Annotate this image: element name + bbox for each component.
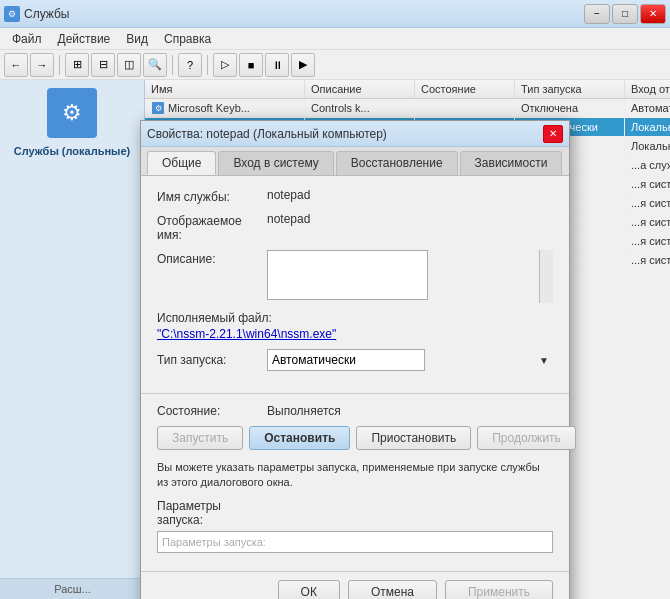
col-header-name[interactable]: Имя <box>145 80 305 98</box>
dialog-title-bar: Свойства: notepad (Локальный компьютер) … <box>141 121 569 147</box>
description-row: Описание: <box>157 250 553 303</box>
forward-button[interactable]: → <box>30 53 54 77</box>
ok-button[interactable]: ОК <box>278 580 340 599</box>
cell-startup: Отключена <box>515 99 625 117</box>
service-status-row: Состояние: Выполняется <box>157 404 553 418</box>
service-name-value: notepad <box>267 188 553 202</box>
col-header-startup[interactable]: Тип запуска <box>515 80 625 98</box>
description-container <box>267 250 553 303</box>
toolbar-stop[interactable]: ■ <box>239 53 263 77</box>
toolbar-separator-2 <box>172 55 173 75</box>
toolbar-separator-3 <box>207 55 208 75</box>
cell-logon: Локальная система <box>625 118 670 136</box>
cell-logon: Автоматически <box>625 99 670 117</box>
col-header-desc[interactable]: Описание <box>305 80 415 98</box>
cell-logon: ...я система <box>625 213 670 231</box>
maximize-button[interactable]: □ <box>612 4 638 24</box>
dialog-content: Имя службы: notepad Отображаемоеимя: not… <box>141 176 569 393</box>
toolbar-pause[interactable]: ⏸ <box>265 53 289 77</box>
title-bar-left: ⚙ Службы <box>4 6 69 22</box>
display-name-row: Отображаемоеимя: notepad <box>157 212 553 242</box>
display-name-label: Отображаемоеимя: <box>157 212 267 242</box>
params-description: Вы можете указать параметры запуска, при… <box>157 460 553 491</box>
close-button[interactable]: ✕ <box>640 4 666 24</box>
start-button[interactable]: Запустить <box>157 426 243 450</box>
cell-name: ⚙ Microsoft Keyb... <box>145 99 305 117</box>
pause-button[interactable]: Приостановить <box>356 426 471 450</box>
toolbar-btn-3[interactable]: ◫ <box>117 53 141 77</box>
toolbar: ← → ⊞ ⊟ ◫ 🔍 ? ▷ ■ ⏸ ▶ <box>0 50 670 80</box>
startup-type-select-wrapper: Автоматически Вручную Отключена Автомати… <box>267 349 553 371</box>
service-name-row: Имя службы: notepad <box>157 188 553 204</box>
description-label: Описание: <box>157 250 267 266</box>
toolbar-btn-2[interactable]: ⊟ <box>91 53 115 77</box>
cell-status <box>415 99 515 117</box>
services-icon: ⚙ <box>47 88 97 138</box>
cell-logon: ...я система <box>625 251 670 269</box>
stop-button[interactable]: Остановить <box>249 426 350 450</box>
table-header: Имя Описание Состояние Тип запуска Вход … <box>145 80 670 99</box>
menu-action[interactable]: Действие <box>50 30 119 48</box>
startup-type-select[interactable]: Автоматически Вручную Отключена Автомати… <box>267 349 425 371</box>
cell-logon: ...я система <box>625 232 670 250</box>
dialog-title: Свойства: notepad (Локальный компьютер) <box>147 127 387 141</box>
menu-file[interactable]: Файл <box>4 30 50 48</box>
params-input[interactable] <box>157 531 553 553</box>
menu-view[interactable]: Вид <box>118 30 156 48</box>
exec-file-value: "C:\nssm-2.21.1\win64\nssm.exe" <box>157 327 553 341</box>
service-status-label: Состояние: <box>157 404 267 418</box>
minimize-button[interactable]: − <box>584 4 610 24</box>
col-header-status[interactable]: Состояние <box>415 80 515 98</box>
params-section: Вы можете указать параметры запуска, при… <box>157 460 553 553</box>
col-header-logon[interactable]: Вход от имени <box>625 80 670 98</box>
menu-bar: Файл Действие Вид Справка <box>0 28 670 50</box>
cell-logon: Локальная система <box>625 137 670 155</box>
title-bar-buttons: − □ ✕ <box>584 4 666 24</box>
select-arrow-icon: ▼ <box>539 355 549 366</box>
service-name-label: Имя службы: <box>157 188 267 204</box>
toolbar-separator-1 <box>59 55 60 75</box>
service-control-buttons: Запустить Остановить Приостановить Продо… <box>157 426 553 450</box>
window-title: Службы <box>24 7 69 21</box>
left-panel-bottom: Расш... <box>0 578 145 599</box>
description-textarea[interactable] <box>267 250 428 300</box>
window-icon: ⚙ <box>4 6 20 22</box>
params-input-label: Параметры запуска: <box>157 497 267 527</box>
toolbar-help[interactable]: ? <box>178 53 202 77</box>
tab-general[interactable]: Общие <box>147 151 216 175</box>
left-panel: ⚙ Службы (локальные) Расш... <box>0 80 145 599</box>
toolbar-play[interactable]: ▷ <box>213 53 237 77</box>
tab-dependencies[interactable]: Зависимости <box>460 151 563 175</box>
menu-help[interactable]: Справка <box>156 30 219 48</box>
toolbar-btn-1[interactable]: ⊞ <box>65 53 89 77</box>
service-icon: ⚙ <box>151 101 165 115</box>
toolbar-resume[interactable]: ▶ <box>291 53 315 77</box>
apply-button[interactable]: Применить <box>445 580 553 599</box>
left-panel-title: Службы (локальные) <box>14 144 131 158</box>
resume-button[interactable]: Продолжить <box>477 426 576 450</box>
startup-type-row: Тип запуска: Автоматически Вручную Отклю… <box>157 349 553 371</box>
exec-file-section: Исполняемый файл: "C:\nssm-2.21.1\win64\… <box>157 311 553 341</box>
tab-recovery[interactable]: Восстановление <box>336 151 458 175</box>
description-scrollbar[interactable] <box>539 250 553 303</box>
svg-text:⚙: ⚙ <box>155 104 162 113</box>
back-button[interactable]: ← <box>4 53 28 77</box>
title-bar: ⚙ Службы − □ ✕ <box>0 0 670 28</box>
dialog-tabs: Общие Вход в систему Восстановление Зави… <box>141 147 569 176</box>
cell-desc: Controls k... <box>305 99 415 117</box>
properties-dialog: Свойства: notepad (Локальный компьютер) … <box>140 120 570 599</box>
exec-file-label: Исполняемый файл: <box>157 311 553 325</box>
service-status-value: Выполняется <box>267 404 341 418</box>
dialog-footer-buttons: ОК Отмена Применить <box>141 571 569 599</box>
dialog-close-button[interactable]: ✕ <box>543 125 563 143</box>
cell-logon: ...а служба <box>625 156 670 174</box>
cell-logon: ...я система <box>625 194 670 212</box>
tab-logon[interactable]: Вход в систему <box>218 151 333 175</box>
status-section: Состояние: Выполняется Запустить Останов… <box>141 393 569 571</box>
display-name-value: notepad <box>267 212 553 226</box>
startup-type-label: Тип запуска: <box>157 353 267 367</box>
toolbar-btn-4[interactable]: 🔍 <box>143 53 167 77</box>
cell-logon: ...я система <box>625 175 670 193</box>
table-row[interactable]: ⚙ Microsoft Keyb... Controls k... Отключ… <box>145 99 670 118</box>
cancel-button[interactable]: Отмена <box>348 580 437 599</box>
